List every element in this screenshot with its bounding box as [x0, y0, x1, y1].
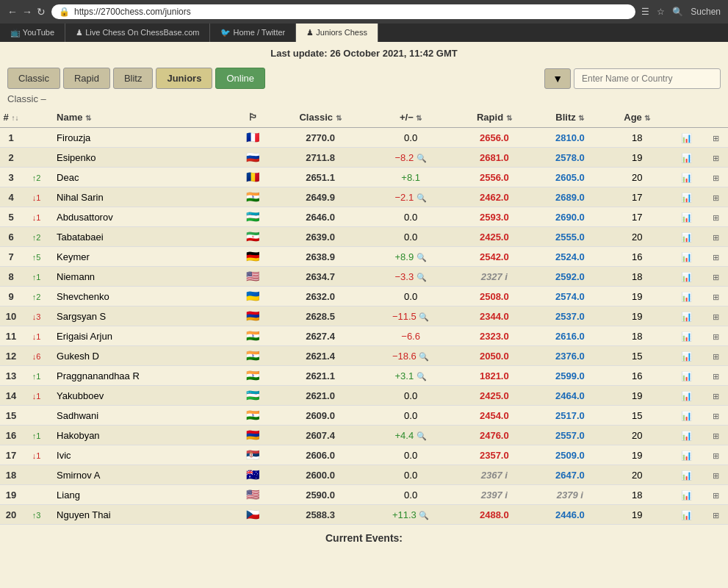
name-cell[interactable]: Smirnov A: [51, 465, 233, 485]
chart-cell[interactable]: 📊: [669, 386, 703, 406]
grid-cell[interactable]: ⊞: [703, 227, 728, 247]
tab-rapid[interactable]: Rapid: [63, 68, 110, 89]
name-cell[interactable]: Gukesh D: [51, 346, 233, 366]
search-icon[interactable]: 🔍: [417, 273, 427, 282]
search-icon[interactable]: 🔍: [419, 352, 429, 361]
chart-cell[interactable]: 📊: [669, 168, 703, 187]
chart-cell[interactable]: 📊: [669, 346, 703, 366]
chart-cell[interactable]: 📊: [669, 207, 703, 227]
name-cell[interactable]: Praggnanandhaa R: [51, 366, 233, 386]
tab-blitz[interactable]: Blitz: [113, 68, 154, 89]
name-cell[interactable]: Keymer: [51, 247, 233, 267]
chart-cell[interactable]: 📊: [669, 148, 703, 168]
chart-cell[interactable]: 📊: [669, 505, 703, 525]
grid-cell[interactable]: ⊞: [703, 187, 728, 207]
grid-cell[interactable]: ⊞: [703, 326, 728, 346]
url-bar[interactable]: 🔒 https://2700chess.com/juniors: [51, 4, 635, 19]
col-flag: 🏳: [233, 107, 273, 128]
name-cell[interactable]: Yakubboev: [51, 386, 233, 406]
tab-juniors[interactable]: ♟ Juniors Chess: [296, 24, 378, 42]
col-rapid: Rapid ⇅: [453, 107, 535, 128]
age-cell: 15: [605, 406, 669, 426]
name-cell[interactable]: Niemann: [51, 267, 233, 287]
search-browser-icon[interactable]: 🔍: [672, 7, 683, 17]
grid-cell[interactable]: ⊞: [703, 148, 728, 168]
grid-cell[interactable]: ⊞: [703, 485, 728, 505]
name-cell[interactable]: Tabatabaei: [51, 227, 233, 247]
search-icon[interactable]: 🔍: [417, 372, 427, 381]
grid-cell[interactable]: ⊞: [703, 207, 728, 227]
grid-cell[interactable]: ⊞: [703, 445, 728, 465]
chart-cell[interactable]: 📊: [669, 406, 703, 426]
chart-cell[interactable]: 📊: [669, 445, 703, 465]
name-cell[interactable]: Abdusattorov: [51, 207, 233, 227]
search-icon[interactable]: 🔍: [417, 193, 427, 202]
bookmark-menu-icon[interactable]: ☰: [641, 7, 649, 17]
bookmark-star-icon[interactable]: ☆: [657, 7, 665, 17]
name-cell[interactable]: Esipenko: [51, 148, 233, 168]
tab-twitter[interactable]: 🐦 Home / Twitter: [210, 24, 296, 42]
reload-button[interactable]: ↻: [37, 6, 46, 18]
name-cell[interactable]: Erigaisi Arjun: [51, 326, 233, 346]
chart-cell[interactable]: 📊: [669, 267, 703, 287]
tab-classic[interactable]: Classic: [7, 68, 60, 89]
chart-cell[interactable]: 📊: [669, 247, 703, 267]
search-icon[interactable]: 🔍: [417, 154, 427, 162]
rating-subtitle: Classic –: [0, 92, 728, 107]
chart-cell[interactable]: 📊: [669, 465, 703, 485]
grid-cell[interactable]: ⊞: [703, 505, 728, 525]
age-cell: 20: [605, 168, 669, 187]
tab-youtube[interactable]: 📺 YouTube: [0, 24, 65, 42]
grid-cell[interactable]: ⊞: [703, 287, 728, 306]
chart-cell[interactable]: 📊: [669, 326, 703, 346]
chart-cell[interactable]: 📊: [669, 187, 703, 207]
name-cell[interactable]: Sargsyan S: [51, 306, 233, 326]
chart-cell[interactable]: 📊: [669, 306, 703, 326]
chart-cell[interactable]: 📊: [669, 287, 703, 306]
grid-cell[interactable]: ⊞: [703, 406, 728, 426]
back-button[interactable]: ←: [7, 6, 18, 18]
grid-cell[interactable]: ⊞: [703, 247, 728, 267]
name-cell[interactable]: Ivic: [51, 445, 233, 465]
grid-cell[interactable]: ⊞: [703, 426, 728, 445]
grid-cell[interactable]: ⊞: [703, 306, 728, 326]
chart-cell[interactable]: 📊: [669, 128, 703, 148]
change-cell: ↑3: [22, 505, 51, 525]
name-cell[interactable]: Firouzja: [51, 128, 233, 148]
search-text[interactable]: Suchen: [691, 7, 721, 17]
name-cell[interactable]: Shevchenko: [51, 287, 233, 306]
search-icon[interactable]: 🔍: [419, 312, 429, 321]
chart-cell[interactable]: 📊: [669, 485, 703, 505]
grid-cell[interactable]: ⊞: [703, 267, 728, 287]
search-icon[interactable]: 🔍: [417, 253, 427, 262]
name-cell[interactable]: Sadhwani: [51, 406, 233, 426]
grid-cell[interactable]: ⊞: [703, 366, 728, 386]
tab-chessbase[interactable]: ♟ Live Chess On ChessBase.com: [65, 24, 210, 42]
search-input[interactable]: [574, 68, 721, 89]
name-cell[interactable]: Nihal Sarin: [51, 187, 233, 207]
grid-cell[interactable]: ⊞: [703, 346, 728, 366]
chart-cell[interactable]: 📊: [669, 426, 703, 445]
tab-juniors-btn[interactable]: Juniors: [156, 68, 212, 89]
chart-cell[interactable]: 📊: [669, 366, 703, 386]
blitz-cell: 2537.0: [535, 306, 605, 326]
browser-nav[interactable]: ← → ↻: [7, 6, 46, 18]
col-classic: Classic ⇅: [273, 107, 368, 128]
name-cell[interactable]: Liang: [51, 485, 233, 505]
flag-cell: 🇦🇺: [233, 465, 273, 485]
forward-button[interactable]: →: [22, 6, 32, 18]
grid-cell[interactable]: ⊞: [703, 168, 728, 187]
search-icon[interactable]: 🔍: [417, 431, 427, 440]
flag-cell: 🇷🇴: [233, 168, 273, 187]
tab-online[interactable]: Online: [215, 68, 265, 89]
name-cell[interactable]: Hakobyan: [51, 426, 233, 445]
url-text: https://2700chess.com/juniors: [74, 7, 191, 17]
name-cell[interactable]: Deac: [51, 168, 233, 187]
name-cell[interactable]: Nguyen Thai: [51, 505, 233, 525]
grid-cell[interactable]: ⊞: [703, 465, 728, 485]
filter-icon[interactable]: ▼: [544, 68, 571, 89]
grid-cell[interactable]: ⊞: [703, 128, 728, 148]
chart-cell[interactable]: 📊: [669, 227, 703, 247]
grid-cell[interactable]: ⊞: [703, 386, 728, 406]
search-icon[interactable]: 🔍: [419, 511, 429, 520]
